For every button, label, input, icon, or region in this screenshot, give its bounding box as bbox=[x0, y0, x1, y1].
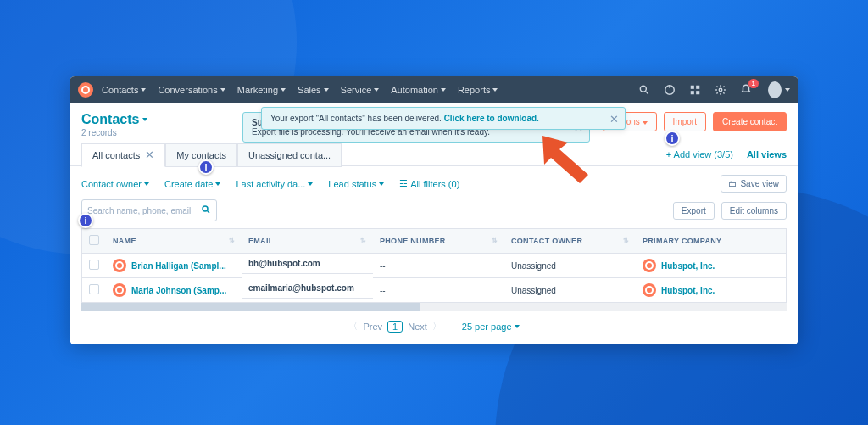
col-owner[interactable]: CONTACT OWNER⇅ bbox=[504, 229, 636, 254]
nav-service[interactable]: Service bbox=[341, 85, 380, 95]
contact-phone: -- bbox=[373, 254, 504, 278]
account-menu[interactable] bbox=[768, 83, 782, 97]
table-header-row: NAME⇅ EMAIL⇅ PHONE NUMBER⇅ CONTACT OWNER… bbox=[82, 229, 787, 254]
company-link[interactable]: Hubspot, Inc. bbox=[643, 259, 779, 272]
per-page-select[interactable]: 25 per page bbox=[462, 322, 520, 332]
hubspot-logo-icon bbox=[643, 283, 656, 297]
checkbox-icon[interactable] bbox=[89, 260, 99, 270]
nav-reports[interactable]: Reports bbox=[458, 85, 498, 95]
edit-columns-button[interactable]: Edit columns bbox=[721, 202, 787, 220]
tab-unassigned[interactable]: Unassigned conta... bbox=[237, 143, 342, 167]
filter-contact-owner[interactable]: Contact owner bbox=[81, 179, 149, 189]
filter-bar: Contact owner Create date Last activity … bbox=[70, 166, 798, 199]
all-views-link[interactable]: All views bbox=[747, 149, 787, 159]
scrollbar-thumb[interactable] bbox=[81, 303, 420, 311]
svg-point-8 bbox=[719, 88, 722, 92]
next-page-icon[interactable]: 〉 bbox=[432, 320, 442, 333]
settings-icon[interactable] bbox=[714, 83, 727, 97]
sort-icon: ⇅ bbox=[623, 237, 629, 244]
add-view-button[interactable]: + Add view (3/5) bbox=[666, 149, 733, 159]
col-company[interactable]: PRIMARY COMPANY bbox=[636, 229, 787, 254]
svg-rect-7 bbox=[696, 91, 699, 94]
nav-label: Reports bbox=[458, 85, 491, 95]
close-icon[interactable]: ✕ bbox=[609, 112, 619, 125]
export-button[interactable]: Export bbox=[673, 202, 715, 220]
nav-sales[interactable]: Sales bbox=[298, 85, 329, 95]
marketplace-icon[interactable] bbox=[688, 83, 702, 97]
sort-icon: ⇅ bbox=[492, 237, 498, 244]
svg-line-11 bbox=[208, 211, 210, 214]
notification-badge: 1 bbox=[748, 79, 759, 88]
contact-email-link[interactable]: emailmaria@hubspot.com bbox=[242, 278, 373, 299]
company-link[interactable]: Hubspot, Inc. bbox=[643, 283, 779, 297]
tab-all-contacts[interactable]: All contacts✕ bbox=[81, 143, 165, 167]
filter-create-date[interactable]: Create date bbox=[164, 179, 220, 189]
nav-label: Automation bbox=[391, 85, 438, 95]
tab-label: Unassigned conta... bbox=[248, 150, 331, 160]
search-icon[interactable] bbox=[637, 83, 651, 97]
nav-label: Conversations bbox=[158, 85, 217, 95]
chevron-down-icon bbox=[324, 88, 329, 92]
prev-page[interactable]: Prev bbox=[363, 322, 382, 332]
page-title[interactable]: Contacts bbox=[81, 112, 147, 127]
svg-point-10 bbox=[203, 206, 208, 211]
filter-lead-status[interactable]: Lead status bbox=[328, 179, 384, 189]
col-name[interactable]: NAME⇅ bbox=[106, 229, 242, 254]
top-navbar: Contacts Conversations Marketing Sales S… bbox=[70, 76, 798, 103]
next-page[interactable]: Next bbox=[408, 322, 427, 332]
import-button[interactable]: Import bbox=[664, 112, 706, 131]
chevron-down-icon bbox=[785, 88, 790, 92]
all-filters-button[interactable]: ☲ All filters (0) bbox=[399, 178, 459, 189]
contact-owner: Unassigned bbox=[504, 278, 636, 303]
contact-name-link[interactable]: Brian Halligan (Sampl... bbox=[113, 259, 235, 272]
contact-phone: -- bbox=[373, 278, 504, 303]
hubspot-logo-icon bbox=[113, 283, 126, 297]
search-input[interactable] bbox=[87, 206, 201, 215]
info-marker-icon: i bbox=[665, 131, 680, 146]
chevron-down-icon bbox=[492, 88, 498, 92]
hubspot-logo-icon[interactable] bbox=[78, 82, 93, 98]
nav-label: Marketing bbox=[237, 85, 278, 95]
prev-page-icon[interactable]: 〈 bbox=[348, 320, 358, 333]
record-count: 2 records bbox=[81, 128, 147, 137]
contact-owner: Unassigned bbox=[504, 254, 636, 278]
search-icon bbox=[201, 203, 211, 218]
search-input-wrap[interactable] bbox=[81, 199, 217, 221]
nav-label: Contacts bbox=[102, 85, 138, 95]
col-phone[interactable]: PHONE NUMBER⇅ bbox=[373, 229, 504, 254]
help-icon[interactable] bbox=[663, 83, 676, 97]
notifications-icon[interactable]: 1 bbox=[739, 83, 753, 97]
nav-marketing[interactable]: Marketing bbox=[237, 85, 286, 95]
chevron-down-icon bbox=[308, 182, 313, 186]
contact-email-link[interactable]: bh@hubspot.com bbox=[242, 254, 373, 274]
create-contact-button[interactable]: Create contact bbox=[713, 112, 787, 131]
save-view-button[interactable]: 🗀Save view bbox=[721, 175, 787, 193]
view-tabs: All contacts✕ My contacts Unassigned con… bbox=[70, 143, 798, 166]
col-email[interactable]: EMAIL⇅ bbox=[242, 229, 373, 254]
info-marker-icon: i bbox=[78, 213, 93, 228]
search-row: Export Edit columns i bbox=[70, 199, 798, 228]
contact-name-link[interactable]: Maria Johnson (Samp... bbox=[113, 283, 235, 297]
close-icon[interactable]: ✕ bbox=[145, 148, 154, 161]
horizontal-scrollbar[interactable] bbox=[81, 303, 787, 311]
filter-last-activity[interactable]: Last activity da... bbox=[236, 179, 313, 189]
export-ready-banner: Your export "All contacts" has been deli… bbox=[261, 107, 626, 130]
chevron-down-icon bbox=[374, 88, 379, 92]
app-window: Contacts Conversations Marketing Sales S… bbox=[70, 76, 798, 344]
nav-contacts[interactable]: Contacts bbox=[102, 85, 146, 95]
download-link[interactable]: Click here to download. bbox=[444, 114, 539, 123]
checkbox-icon[interactable] bbox=[89, 235, 99, 245]
svg-rect-6 bbox=[691, 91, 694, 94]
table-row[interactable]: Maria Johnson (Samp... emailmaria@hubspo… bbox=[82, 278, 787, 303]
table-row[interactable]: Brian Halligan (Sampl... bh@hubspot.com … bbox=[82, 254, 787, 278]
pagination: 〈 Prev 1 Next 〉 25 per page bbox=[70, 311, 798, 344]
nav-label: Service bbox=[341, 85, 372, 95]
tab-label: My contacts bbox=[176, 150, 226, 160]
checkbox-icon[interactable] bbox=[89, 284, 99, 294]
page-header: Contacts 2 records Actions Import Create… bbox=[70, 103, 798, 143]
col-checkbox[interactable] bbox=[82, 229, 107, 254]
chevron-down-icon bbox=[643, 121, 648, 125]
nav-automation[interactable]: Automation bbox=[391, 85, 446, 95]
chevron-down-icon bbox=[220, 88, 225, 92]
nav-conversations[interactable]: Conversations bbox=[158, 85, 225, 95]
